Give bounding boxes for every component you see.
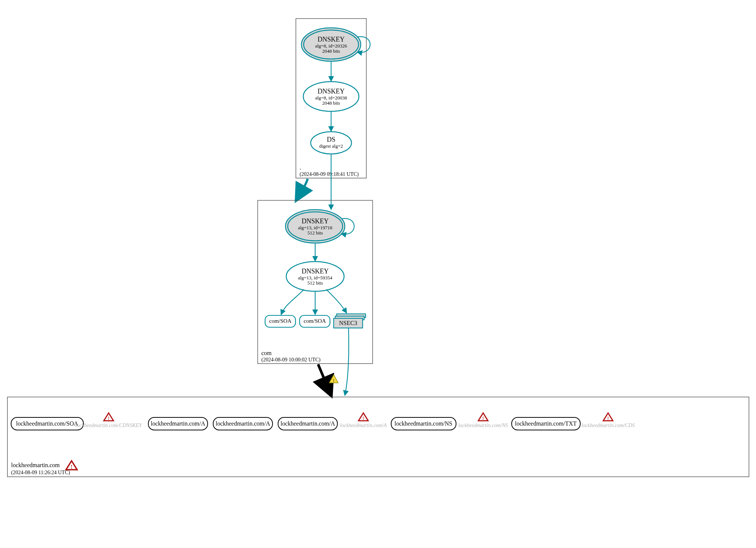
svg-text:lockheedmartin.com/A: lockheedmartin.com/A xyxy=(280,420,335,427)
svg-text:2048 bits: 2048 bits xyxy=(322,48,340,54)
svg-text:DNSKEY: DNSKEY xyxy=(301,217,329,225)
warning-icon-zone: ! xyxy=(66,461,77,470)
svg-text:lockheedmartin.com/TXT: lockheedmartin.com/TXT xyxy=(515,420,577,427)
edge-comzsk-soa1 xyxy=(281,289,304,315)
edge-comzsk-nsec3 xyxy=(326,289,347,313)
com-soa1-node: com/SOA xyxy=(265,315,296,327)
rr-lm-a1: lockheedmartin.com/A xyxy=(148,417,208,430)
svg-text:com/SOA: com/SOA xyxy=(269,318,291,324)
warning-icon: ! xyxy=(104,413,113,421)
svg-text:2048 bits: 2048 bits xyxy=(322,100,340,106)
svg-text:DNSKEY: DNSKEY xyxy=(317,36,344,43)
svg-text:lockheedmartin.com/SOA: lockheedmartin.com/SOA xyxy=(16,420,78,427)
svg-text:lockheedmartin.com/A: lockheedmartin.com/A xyxy=(215,420,270,427)
zone-root-ts: (2024-08-09 09:18:41 UTC) xyxy=(300,171,359,177)
svg-text:512 bits: 512 bits xyxy=(307,280,323,286)
com-soa2-node: com/SOA xyxy=(300,315,330,327)
rr-lm-cds-warn: ! lockheedmartin.com/CDS xyxy=(581,413,635,428)
dnssec-diagram: . (2024-08-09 09:18:41 UTC) DNSKEY alg=8… xyxy=(0,0,756,548)
com-zsk-node: DNSKEY alg=13, id=59354 512 bits xyxy=(286,262,344,291)
svg-text:!: ! xyxy=(482,416,484,421)
svg-text:NSEC3: NSEC3 xyxy=(339,320,357,326)
svg-text:lockheedmartin.com/A: lockheedmartin.com/A xyxy=(151,420,205,427)
rr-lm-ns1: lockheedmartin.com/NS xyxy=(391,417,456,430)
zone-root: . (2024-08-09 09:18:41 UTC) DNSKEY alg=8… xyxy=(296,19,370,178)
rr-lm-ns2-warn: ! lockheedmartin.com/NS xyxy=(458,413,508,428)
svg-rect-32 xyxy=(7,397,749,477)
rr-lm-a4-warn: ! lockheedmartin.com/A xyxy=(340,413,387,428)
svg-text:512 bits: 512 bits xyxy=(307,230,323,236)
warning-icon: ! xyxy=(359,413,368,421)
zone-root-label: . xyxy=(300,164,301,171)
zone-com-label: com xyxy=(261,350,272,356)
svg-text:lockheedmartin.com/CDNSKEY: lockheedmartin.com/CDNSKEY xyxy=(75,423,142,428)
warning-icon: ! xyxy=(478,413,488,421)
root-ds-node: DS digest alg=2 xyxy=(311,132,351,154)
rr-lm-txt: lockheedmartin.com/TXT xyxy=(512,417,580,430)
zone-com-ts: (2024-08-09 10:00:02 UTC) xyxy=(261,357,321,363)
svg-text:DNSKEY: DNSKEY xyxy=(301,268,329,275)
svg-text:!: ! xyxy=(363,416,364,421)
svg-text:lockheedmartin.com/NS: lockheedmartin.com/NS xyxy=(394,420,452,427)
svg-text:alg=8, id=20326: alg=8, id=20326 xyxy=(315,43,347,49)
warning-icon-yellow: ! xyxy=(329,375,338,383)
edge-root-to-com-delegation xyxy=(297,179,308,200)
rr-lm-soa: lockheedmartin.com/SOA xyxy=(11,417,83,430)
zone-com: com (2024-08-09 10:00:02 UTC) DNSKEY alg… xyxy=(258,200,373,364)
warning-icon: ! xyxy=(603,413,613,421)
svg-text:!: ! xyxy=(108,416,109,421)
svg-text:!: ! xyxy=(607,416,609,421)
zone-lm-label: lockheedmartin.com xyxy=(11,462,60,468)
com-nsec3-node: NSEC3 xyxy=(334,314,366,328)
svg-text:DS: DS xyxy=(327,136,335,143)
rr-lm-a3: lockheedmartin.com/A xyxy=(278,417,337,430)
edge-com-to-lm-delegation xyxy=(318,364,331,394)
svg-text:lockheedmartin.com/NS: lockheedmartin.com/NS xyxy=(458,423,508,428)
root-zsk-node: DNSKEY alg=8, id=20038 2048 bits xyxy=(303,82,359,111)
svg-text:lockheedmartin.com/CDS: lockheedmartin.com/CDS xyxy=(581,423,635,428)
svg-text:!: ! xyxy=(333,378,334,383)
com-ksk-node: DNSKEY alg=13, id=19718 512 bits xyxy=(285,210,345,243)
svg-text:!: ! xyxy=(71,464,73,470)
svg-text:com/SOA: com/SOA xyxy=(304,318,326,324)
edge-nsec3-to-lm xyxy=(345,328,349,396)
svg-text:lockheedmartin.com/A: lockheedmartin.com/A xyxy=(340,423,387,428)
root-ksk-node: DNSKEY alg=8, id=20326 2048 bits xyxy=(301,28,361,61)
rr-lm-a2: lockheedmartin.com/A xyxy=(213,417,273,430)
zone-lm-ts: (2024-08-09 11:26:24 UTC) xyxy=(11,470,70,476)
svg-text:alg=8, id=20038: alg=8, id=20038 xyxy=(315,95,347,101)
svg-text:alg=13, id=59354: alg=13, id=59354 xyxy=(298,275,333,280)
rr-lm-cdnskey-warn: ! lockheedmartin.com/CDNSKEY xyxy=(75,413,142,428)
svg-text:DNSKEY: DNSKEY xyxy=(317,88,344,95)
svg-text:alg=13, id=19718: alg=13, id=19718 xyxy=(298,225,333,230)
zone-lockheedmartin: lockheedmartin.com (2024-08-09 11:26:24 … xyxy=(7,397,749,477)
svg-text:digest alg=2: digest alg=2 xyxy=(319,143,343,149)
